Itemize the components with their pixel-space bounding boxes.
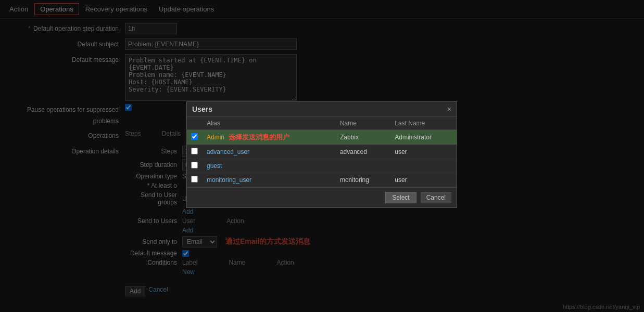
user-name-cell xyxy=(336,159,390,173)
modal-title: Users xyxy=(192,105,212,113)
modal-close-button[interactable]: × xyxy=(447,106,451,113)
user-lastname-cell: Administrator xyxy=(390,130,457,145)
users-modal: Users × Alias Name Last Name Admin选择发送消息… xyxy=(186,101,457,208)
user-alias-link[interactable]: guest xyxy=(207,162,222,170)
user-checkbox[interactable] xyxy=(191,133,198,140)
users-table: Alias Name Last Name Admin选择发送消息的用户Zabbi… xyxy=(187,117,457,187)
user-name-cell: Zabbix xyxy=(336,130,390,145)
user-checkbox[interactable] xyxy=(191,162,198,168)
user-row: Admin选择发送消息的用户ZabbixAdministrator xyxy=(187,130,457,145)
check-col-header xyxy=(187,117,203,130)
select-button[interactable]: Select xyxy=(385,192,416,203)
user-checkbox-cell xyxy=(187,173,203,187)
modal-footer: Select Cancel xyxy=(187,187,457,207)
user-lastname-cell xyxy=(390,159,457,173)
user-checkbox-cell xyxy=(187,159,203,173)
user-alias-link[interactable]: Admin xyxy=(207,134,224,141)
user-row: advanced_useradvanceduser xyxy=(187,145,457,159)
user-lastname-cell: user xyxy=(390,145,457,159)
user-alias-cell: monitoring_user xyxy=(203,173,336,187)
user-alias-link[interactable]: monitoring_user xyxy=(207,176,251,184)
users-table-header: Alias Name Last Name xyxy=(187,117,457,130)
user-alias-link[interactable]: advanced_user xyxy=(207,148,249,155)
user-row: guest xyxy=(187,159,457,173)
user-alias-cell: guest xyxy=(203,159,336,173)
user-row: monitoring_usermonitoringuser xyxy=(187,173,457,187)
user-checkbox[interactable] xyxy=(191,176,198,183)
name-col-header: Name xyxy=(336,117,390,130)
user-alias-cell: advanced_user xyxy=(203,145,336,159)
user-checkbox-cell xyxy=(187,130,203,145)
cancel-button[interactable]: Cancel xyxy=(421,192,451,203)
users-table-body: Admin选择发送消息的用户ZabbixAdministratoradvance… xyxy=(187,130,457,187)
user-checkbox-cell xyxy=(187,145,203,159)
lastname-col-header: Last Name xyxy=(390,117,457,130)
user-name-cell: advanced xyxy=(336,145,390,159)
user-lastname-cell: user xyxy=(390,173,457,187)
alias-col-header: Alias xyxy=(203,117,336,130)
user-checkbox[interactable] xyxy=(191,148,198,154)
user-alias-cell: Admin选择发送消息的用户 xyxy=(203,130,336,145)
modal-header: Users × xyxy=(187,102,457,117)
user-name-cell: monitoring xyxy=(336,173,390,187)
user-annotation: 选择发送消息的用户 xyxy=(229,133,289,141)
